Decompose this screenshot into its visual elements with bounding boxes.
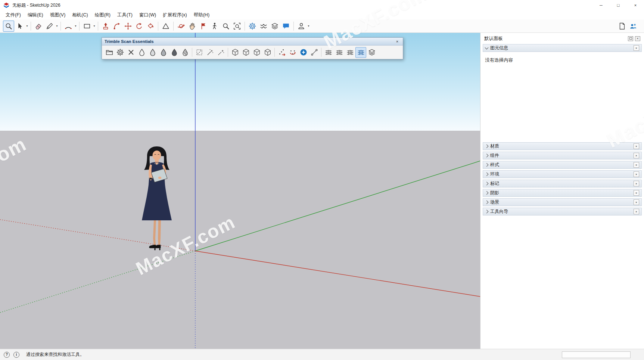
select-tool-dropdown-icon[interactable]: ▾: [25, 24, 29, 28]
arc-tool-dropdown-icon[interactable]: ▾: [74, 24, 77, 28]
point-density-medium-button[interactable]: [158, 47, 169, 58]
mesh-layers-button[interactable]: [366, 47, 377, 58]
points-move-button[interactable]: [276, 47, 287, 58]
entity-info-close-button[interactable]: ×: [634, 45, 639, 51]
panel-close-icon[interactable]: ×: [635, 36, 640, 41]
rectangle-tool-dropdown-icon[interactable]: ▾: [93, 24, 96, 28]
section-scenes-label: 场景: [490, 199, 499, 205]
main-toolbar: ▾ ▾ ▾ ▾: [0, 19, 644, 33]
clip-box-section-button[interactable]: [262, 47, 273, 58]
section-styles[interactable]: 样式 ×: [483, 161, 642, 169]
select-tool-button[interactable]: [14, 21, 25, 32]
points-rotate-button[interactable]: [287, 47, 298, 58]
section-styles-close-button[interactable]: ×: [634, 162, 639, 168]
main-area: Trimble Scan Essentials ×: [0, 33, 644, 349]
rotate-tool-button[interactable]: [134, 21, 145, 32]
clip-box-inside-button[interactable]: [240, 47, 251, 58]
search-tool-button[interactable]: [3, 21, 14, 32]
section-components-close-button[interactable]: ×: [634, 153, 639, 158]
scan-remove-button[interactable]: [125, 47, 136, 58]
section-components[interactable]: 组件 ×: [483, 152, 642, 159]
section-environment-label: 环境: [490, 171, 499, 177]
point-density-high-button[interactable]: [169, 47, 180, 58]
maximize-button[interactable]: □: [610, 0, 627, 10]
info-icon[interactable]: i: [13, 352, 19, 358]
eraser-tool-button[interactable]: [33, 21, 44, 32]
pushpull-tool-button[interactable]: [100, 21, 111, 32]
float-toolbar-close-button[interactable]: ×: [394, 39, 400, 44]
clip-box-button[interactable]: [230, 47, 240, 58]
extension-settings-button[interactable]: [247, 21, 258, 32]
sign-in-button[interactable]: [296, 21, 307, 32]
scan-settings-button[interactable]: [115, 47, 125, 58]
menu-window[interactable]: 窗口(W): [136, 11, 159, 19]
extension-layers-button[interactable]: [269, 21, 280, 32]
rectangle-tool-button[interactable]: [81, 21, 93, 32]
add-point-button[interactable]: [298, 47, 309, 58]
entity-info-section-header[interactable]: 图元信息 ×: [483, 44, 642, 52]
menu-view[interactable]: 视图(V): [47, 11, 69, 19]
float-toolbar-titlebar[interactable]: Trimble Scan Essentials ×: [102, 38, 403, 46]
orbit-tool-button[interactable]: [175, 21, 187, 32]
paint-bucket-tool-button[interactable]: [145, 21, 156, 32]
section-scenes[interactable]: 场景 ×: [483, 198, 642, 206]
point-selection-button[interactable]: [194, 47, 205, 58]
section-shadows-close-button[interactable]: ×: [634, 190, 639, 196]
menu-file[interactable]: 文件(F): [2, 11, 24, 19]
zoom-tool-button[interactable]: [220, 21, 231, 32]
mesh-flat-button[interactable]: [323, 47, 334, 58]
extension-scan-button[interactable]: [258, 21, 269, 32]
menu-help[interactable]: 帮助(H): [190, 11, 213, 19]
menu-draw[interactable]: 绘图(R): [91, 11, 114, 19]
sign-in-dropdown-icon[interactable]: ▾: [307, 24, 310, 28]
section-environment-close-button[interactable]: ×: [634, 171, 639, 177]
mesh-surface-button[interactable]: [345, 47, 355, 58]
section-shadows[interactable]: 阴影 ×: [483, 189, 642, 197]
menu-camera[interactable]: 相机(C): [69, 11, 91, 19]
magic-select-button[interactable]: [205, 47, 215, 58]
section-tags-label: 标记: [490, 180, 499, 187]
freehand-tool-button[interactable]: [44, 21, 55, 32]
measurement-input[interactable]: [562, 351, 631, 358]
section-scenes-close-button[interactable]: ×: [634, 199, 639, 205]
feedback-chat-button[interactable]: [280, 21, 292, 32]
new-document-button[interactable]: [616, 21, 628, 32]
followme-tool-button[interactable]: [111, 21, 122, 32]
section-materials-close-button[interactable]: ×: [634, 143, 639, 149]
dimension-tool-button[interactable]: [160, 21, 171, 32]
section-styles-label: 样式: [490, 162, 499, 168]
section-environment[interactable]: 环境 ×: [483, 170, 642, 178]
clip-box-outside-button[interactable]: [251, 47, 262, 58]
collaboration-button[interactable]: [628, 21, 639, 32]
close-button[interactable]: ×: [627, 0, 644, 10]
model-viewport[interactable]: Trimble Scan Essentials ×: [0, 33, 480, 349]
point-density-hatched-button[interactable]: [180, 47, 190, 58]
scan-open-folder-button[interactable]: [104, 47, 115, 58]
pan-tool-button[interactable]: [187, 21, 198, 32]
section-instructor-close-button[interactable]: ×: [634, 209, 639, 214]
window-title: 无标题 - SketchUp 2026: [12, 2, 60, 9]
position-camera-tool-button[interactable]: [198, 21, 209, 32]
menu-extensions[interactable]: 扩展程序(x): [159, 11, 190, 19]
freehand-tool-dropdown-icon[interactable]: ▾: [55, 24, 59, 28]
point-to-point-button[interactable]: [309, 47, 320, 58]
arc-tool-button[interactable]: [63, 21, 74, 32]
help-icon[interactable]: ?: [4, 352, 10, 358]
section-instructor[interactable]: 工具向导 ×: [483, 208, 642, 215]
walk-tool-button[interactable]: [209, 21, 220, 32]
section-tags-close-button[interactable]: ×: [634, 181, 639, 186]
toolbar-separator: [245, 22, 245, 31]
menu-tools[interactable]: 工具(T): [114, 11, 136, 19]
magic-deselect-button[interactable]: [215, 47, 226, 58]
panel-overlap-icon[interactable]: [628, 36, 633, 41]
minimize-button[interactable]: ─: [592, 0, 610, 10]
point-density-empty-button[interactable]: [136, 47, 147, 58]
mesh-generate-button[interactable]: [355, 47, 366, 58]
zoom-extents-tool-button[interactable]: [231, 21, 243, 32]
section-materials[interactable]: 材质 ×: [483, 142, 642, 150]
move-tool-button[interactable]: [122, 21, 134, 32]
mesh-terrain-button[interactable]: [334, 47, 345, 58]
point-density-low-button[interactable]: [147, 47, 158, 58]
section-tags[interactable]: 标记 ×: [483, 180, 642, 187]
menu-edit[interactable]: 编辑(E): [24, 11, 47, 19]
